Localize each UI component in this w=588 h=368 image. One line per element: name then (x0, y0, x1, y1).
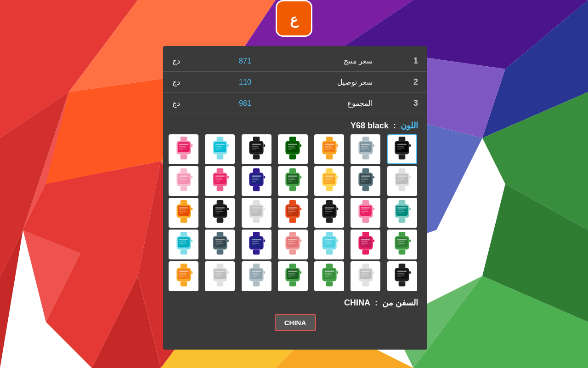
svg-rect-97 (180, 186, 187, 191)
svg-rect-305 (264, 271, 266, 274)
svg-rect-260 (336, 240, 338, 242)
svg-rect-188 (300, 208, 302, 211)
watch-color-item[interactable] (314, 166, 344, 196)
svg-rect-194 (325, 211, 333, 212)
svg-rect-227 (214, 237, 226, 247)
svg-rect-138 (361, 176, 370, 177)
svg-rect-238 (252, 241, 259, 242)
svg-rect-210 (397, 207, 407, 209)
watch-color-item[interactable] (387, 198, 417, 228)
watch-color-item[interactable] (314, 198, 344, 228)
svg-rect-104 (215, 179, 223, 180)
watch-color-item[interactable] (314, 230, 344, 259)
svg-rect-301 (252, 273, 259, 274)
watch-color-item[interactable] (387, 134, 417, 164)
svg-rect-264 (361, 239, 370, 241)
svg-rect-129 (325, 176, 334, 177)
watch-color-item[interactable] (242, 261, 271, 291)
svg-rect-250 (289, 250, 296, 255)
watch-color-item[interactable] (278, 134, 308, 164)
svg-rect-266 (361, 243, 369, 244)
svg-rect-296 (227, 271, 229, 274)
app-logo-container: ع (276, 0, 312, 37)
watch-color-item[interactable] (278, 261, 308, 291)
svg-rect-278 (409, 240, 411, 242)
svg-rect-164 (214, 206, 226, 216)
svg-rect-107 (227, 176, 229, 179)
table-row: 2 سعر توصيل 110 دج (163, 72, 427, 93)
watch-color-item[interactable] (351, 166, 380, 196)
row-num: 1 (382, 51, 427, 72)
svg-rect-43 (216, 155, 223, 160)
svg-rect-211 (397, 209, 404, 210)
watch-color-item[interactable] (314, 261, 344, 291)
watch-color-item[interactable] (205, 198, 235, 228)
watch-color-item[interactable] (387, 230, 417, 259)
table-row: 3 المجموع 981 دج (163, 93, 427, 114)
svg-rect-49 (252, 146, 259, 147)
watch-color-item[interactable] (242, 198, 271, 228)
watch-color-item[interactable] (242, 230, 271, 259)
svg-rect-106 (216, 186, 223, 191)
svg-rect-47 (250, 142, 262, 152)
svg-rect-53 (264, 144, 266, 147)
watch-color-item[interactable] (387, 166, 417, 196)
svg-rect-275 (397, 243, 405, 244)
svg-rect-309 (288, 271, 297, 272)
watch-color-item[interactable] (278, 166, 308, 196)
svg-rect-141 (361, 181, 365, 182)
watch-color-item[interactable] (169, 166, 198, 196)
svg-rect-114 (252, 181, 256, 182)
svg-rect-88 (399, 155, 406, 160)
svg-rect-196 (326, 218, 333, 223)
row-num: 2 (382, 72, 427, 93)
watch-color-item[interactable] (205, 134, 235, 164)
watch-color-item[interactable] (351, 230, 380, 259)
svg-rect-61 (289, 155, 296, 160)
svg-rect-192 (325, 207, 334, 209)
watch-color-item[interactable] (169, 230, 198, 259)
svg-rect-133 (326, 186, 333, 191)
svg-rect-177 (252, 213, 256, 214)
watch-color-item[interactable] (242, 166, 271, 196)
watch-color-item[interactable] (205, 230, 235, 259)
watch-color-item[interactable] (278, 198, 308, 228)
row-value: 110 (215, 72, 276, 93)
svg-rect-174 (252, 207, 261, 209)
watch-color-item[interactable] (351, 198, 380, 228)
watch-color-item[interactable] (169, 198, 198, 228)
svg-rect-149 (397, 179, 405, 180)
svg-rect-121 (288, 178, 295, 178)
china-button[interactable]: CHINA (275, 314, 316, 331)
watch-color-item[interactable] (242, 134, 271, 164)
svg-rect-166 (215, 209, 222, 210)
svg-rect-247 (288, 241, 295, 242)
svg-rect-150 (397, 181, 401, 182)
watch-color-item[interactable] (351, 261, 380, 291)
svg-rect-155 (178, 206, 190, 216)
watch-color-item[interactable] (205, 166, 235, 196)
watch-color-item[interactable] (169, 134, 198, 164)
watch-color-item[interactable] (278, 230, 308, 259)
watch-color-item[interactable] (205, 261, 235, 291)
svg-rect-332 (373, 271, 375, 274)
svg-rect-246 (288, 239, 297, 241)
svg-rect-222 (179, 245, 183, 246)
watch-color-item[interactable] (314, 134, 344, 164)
watch-color-item[interactable] (387, 261, 417, 291)
watch-color-item[interactable] (351, 134, 380, 164)
row-currency: دج (163, 51, 215, 72)
svg-rect-142 (362, 186, 369, 191)
watch-color-item[interactable] (169, 261, 198, 291)
svg-rect-173 (250, 206, 262, 216)
svg-rect-152 (409, 176, 411, 179)
svg-rect-70 (326, 155, 333, 160)
svg-rect-237 (252, 239, 261, 241)
row-label: المجموع (275, 93, 382, 114)
svg-rect-240 (252, 245, 256, 246)
svg-rect-328 (361, 273, 368, 274)
svg-rect-251 (300, 240, 302, 242)
svg-rect-312 (288, 276, 292, 277)
row-label: سعر منتج (275, 51, 382, 72)
svg-rect-86 (397, 148, 405, 149)
